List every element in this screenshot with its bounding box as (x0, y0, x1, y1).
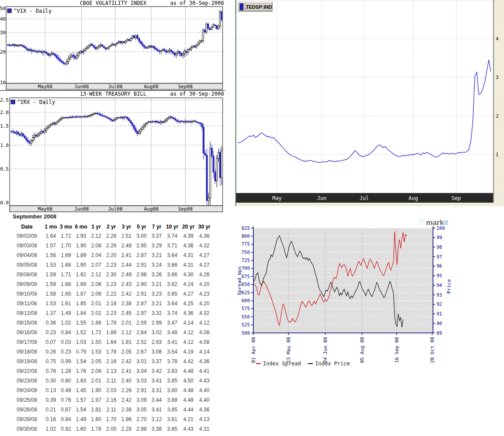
candle-body (142, 127, 143, 129)
table-cell: 2.42 (119, 395, 134, 405)
candle-body (53, 53, 54, 54)
candle-body (140, 41, 142, 43)
candle-body (202, 30, 204, 41)
candle-body (149, 46, 150, 47)
candle-body (165, 120, 166, 122)
candle-body (48, 54, 49, 56)
column-header: 3 mo (58, 222, 74, 231)
table-cell: 1.56 (43, 250, 59, 260)
candle-body (118, 118, 120, 118)
table-cell: 3.78 (164, 357, 180, 366)
table-cell: 2.11 (104, 376, 119, 386)
candle-body (147, 47, 148, 48)
vix-legend-label: ^VIX - Daily (14, 8, 52, 14)
right-tick-label: 91 (437, 311, 442, 316)
table-cell: 1.69 (58, 250, 74, 260)
candle-body (204, 30, 206, 32)
right-tick-label: 96 (437, 263, 442, 268)
table-row: 09/16/080.230.841.521.721.892.122.643.02… (11, 328, 212, 337)
candles (11, 111, 222, 210)
candle-body (83, 50, 84, 52)
candle-body (115, 44, 116, 45)
candle-body (160, 50, 162, 51)
table-row: 09/05/081.531.681.902.072.232.442.913.24… (11, 260, 212, 270)
candle-body (22, 46, 24, 47)
table-cell: 1.54 (74, 405, 89, 415)
candle-body (84, 116, 85, 117)
table-row: 09/19/080.750.991.542.052.162.423.013.37… (11, 357, 212, 366)
table-cell: 2.08 (89, 241, 104, 250)
candle-body (173, 118, 174, 118)
candle-body (32, 137, 34, 140)
candle-body (206, 155, 207, 201)
table-cell: 3.85 (164, 424, 180, 434)
table-cell: 4.27 (197, 250, 213, 260)
right-tick-label: 92 (437, 301, 442, 307)
table-cell: 0.39 (43, 395, 59, 405)
table-cell: 3.24 (149, 260, 164, 270)
table-cell: 4.48 (180, 395, 196, 405)
table-cell: 1.61 (58, 299, 74, 308)
y-tick-label: 2 (496, 113, 499, 119)
right-tick-label: 90 (437, 321, 442, 326)
candle-body (108, 118, 110, 119)
table-cell: 4.23 (197, 289, 213, 299)
table-cell: 4.36 (197, 405, 213, 415)
x-tick-label: Jul08 (108, 84, 122, 89)
candle-body (186, 121, 188, 122)
candle-body (176, 120, 177, 121)
yield-table-title: September 2008 (13, 213, 212, 220)
table-cell: 3.05 (134, 405, 149, 415)
table-cell: 09/22/08 (11, 366, 43, 376)
candle-body (213, 156, 214, 172)
candle-body (221, 12, 222, 20)
candle-body (211, 148, 213, 156)
table-cell: 4.30 (180, 270, 196, 279)
table-cell: 4.36 (197, 357, 213, 366)
candle-body (152, 46, 153, 47)
candle-body (34, 135, 35, 137)
left-tick-label: 775 (241, 241, 250, 247)
markit-chart: markit 825800775750725700675650625600575… (237, 215, 458, 377)
candle-body (105, 48, 106, 49)
table-cell: 3.64 (164, 250, 180, 260)
left-tick-label: 725 (241, 257, 250, 263)
right-tick-label: 100 (437, 225, 445, 231)
irx-legend-label: ^IRX - Daily (17, 99, 55, 105)
candle-body (90, 115, 92, 116)
candle-body (97, 113, 98, 114)
table-cell: 0.80 (58, 376, 74, 386)
right-tick-label: 89 (437, 330, 442, 336)
table-cell: 4.32 (197, 308, 213, 318)
table-row: 09/22/080.761.281.762.062.132.413.043.42… (11, 366, 212, 376)
left-tick-label: 500 (241, 330, 250, 336)
table-cell: 4.08 (197, 328, 213, 337)
candle-body (25, 138, 27, 140)
column-header: 2 yr (104, 222, 119, 231)
yield-table-header-row: Date1 mo3 mo6 mo1 yr2 yr3 yr5 yr7 yr10 y… (11, 222, 212, 231)
candle-body (44, 131, 45, 132)
table-row: 09/25/080.390.761.571.972.162.423.093.44… (11, 395, 212, 405)
table-cell: 1.91 (119, 337, 134, 347)
candle-body (16, 45, 17, 46)
table-cell: 09/25/08 (11, 395, 43, 405)
table-cell: 2.40 (119, 376, 134, 386)
table-cell: 1.78 (89, 424, 104, 434)
table-cell: 0.94 (58, 415, 74, 424)
candle-body (153, 46, 155, 48)
candle-body (214, 25, 216, 25)
table-cell: 2.43 (119, 279, 134, 289)
ted-symbol-button[interactable]: .TEDSP:IND (238, 2, 272, 11)
candle-body (55, 122, 57, 124)
table-cell: 1.55 (74, 318, 89, 328)
irx-legend-swatch (11, 100, 15, 104)
left-tick-label: 825 (241, 225, 250, 231)
candle-body (112, 120, 113, 121)
table-cell: 4.12 (180, 328, 196, 337)
table-cell: 1.02 (58, 318, 74, 328)
candle-body (120, 42, 121, 43)
candle-body (143, 45, 145, 47)
table-cell: 1.72 (89, 328, 104, 337)
right-tick-label: 98 (437, 244, 442, 250)
candle-body (91, 44, 92, 45)
